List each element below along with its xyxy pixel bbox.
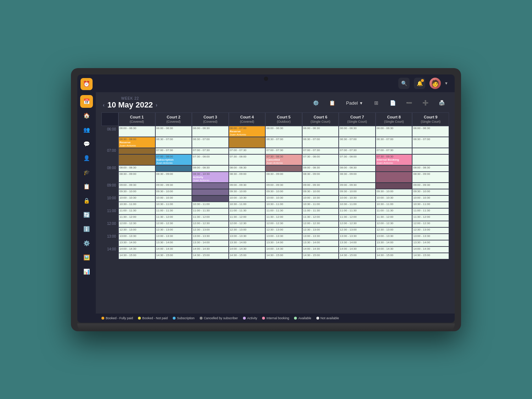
cell-c3-1430[interactable]: 14:30 - 15:00 (192, 253, 229, 259)
sport-selector[interactable]: Padel ▾ (343, 99, 366, 107)
minus-button[interactable]: ➖ (403, 97, 415, 109)
cell-c3-1030[interactable]: 10:30 - 11:00 (192, 202, 229, 208)
cell-c4-0830[interactable]: 08:30 - 09:00 (229, 172, 266, 183)
cell-c6-0900[interactable]: 09:00 - 09:30 (302, 183, 339, 189)
cell-c9-1030[interactable]: 10:30 - 11:00 (412, 202, 449, 208)
cell-c5-0930[interactable]: 09:30 - 10:00 (265, 189, 302, 195)
cell-c7-0800[interactable]: 08:00 - 08:30 (339, 165, 376, 172)
cell-c8-1300[interactable]: 13:00 - 13:30 (376, 234, 412, 240)
cell-c6-1330[interactable]: 13:30 - 14:00 (302, 240, 339, 246)
cell-c7-1230[interactable]: 12:30 - 13:00 (339, 227, 376, 234)
cell-c9-1000[interactable]: 10:00 - 10:30 (412, 195, 449, 202)
cell-c5-0630[interactable]: 06:30 - 07:00 (265, 137, 302, 148)
cell-c3-0600[interactable]: 06:00 - 06:30 (192, 126, 229, 137)
cell-c2-1300[interactable]: 13:00 - 13:30 (155, 234, 192, 240)
cell-c7-0930[interactable]: 09:30 - 10:00 (339, 189, 376, 195)
cell-c5-0830[interactable]: 08:30 - 09:00 (265, 172, 302, 183)
cell-c9-0830[interactable]: 08:30 - 09:00 (412, 172, 449, 183)
cell-c4-1000[interactable]: 10:00 - 10:30 (229, 195, 266, 202)
cell-c5-1330[interactable]: 13:30 - 14:00 (265, 240, 302, 246)
cell-c2-1130[interactable]: 11:30 - 12:00 (155, 215, 192, 221)
cell-c3-1130[interactable]: 11:30 - 12:00 (192, 215, 229, 221)
cell-c5-1030[interactable]: 10:30 - 11:00 (265, 202, 302, 208)
sidebar-item-calendar[interactable]: 📅 (80, 95, 93, 108)
cell-c8-1330[interactable]: 13:30 - 14:00 (376, 240, 412, 246)
sidebar-item-refresh[interactable]: 🔄 (80, 209, 93, 221)
sidebar-item-gallery[interactable]: 🖼️ (80, 251, 93, 264)
cell-c3-0730[interactable]: 07:30 - 08:00 (192, 154, 229, 165)
cell-c1-0700-cont[interactable] (118, 148, 155, 154)
cell-c7-1030[interactable]: 10:30 - 11:00 (339, 202, 376, 208)
cell-c4-1300[interactable]: 13:00 - 13:30 (229, 234, 266, 240)
cell-c8-1430[interactable]: 14:30 - 15:00 (376, 253, 412, 259)
cell-c7-1430[interactable]: 14:30 - 15:00 (339, 253, 376, 259)
cell-c2-0930[interactable]: 09:30 - 10:00 (155, 189, 192, 195)
cell-c7-1300[interactable]: 13:00 - 13:30 (339, 234, 376, 240)
next-week-button[interactable]: › (156, 102, 157, 108)
cell-c1-1230[interactable]: 12:30 - 13:00 (118, 227, 155, 234)
cell-c4-1100[interactable]: 11:00 - 11:30 (229, 208, 266, 215)
cell-c6-1300[interactable]: 13:00 - 13:30 (302, 234, 339, 240)
sidebar-item-graduation[interactable]: 🎓 (80, 166, 93, 179)
prev-week-button[interactable]: ‹ (103, 102, 105, 108)
cell-c3-0830[interactable]: 08:30 - 10:30ActivityJuan Antonio (192, 172, 229, 183)
cell-c9-0900[interactable]: 09:00 - 09:30 (412, 183, 449, 189)
cell-c3-1330[interactable]: 13:30 - 14:00 (192, 240, 229, 246)
cell-c9-0800[interactable]: 08:00 - 08:30 (412, 165, 449, 172)
cell-c5-1300[interactable]: 13:00 - 13:30 (265, 234, 302, 240)
cell-c9-0630[interactable]: 06:30 - 07:00 (412, 137, 449, 148)
cell-c1-0630[interactable]: 06:30 - 08:00ReserveJuan Antonio (118, 137, 155, 148)
sidebar-item-info[interactable]: ℹ️ (80, 223, 93, 235)
calendar-container[interactable]: Court 1(Covered) Court 2(Covered) Court … (96, 112, 455, 314)
cell-c9-0600[interactable]: 06:00 - 06:30 (412, 126, 449, 137)
cell-c6-0630[interactable]: 06:30 - 07:00 (302, 137, 339, 148)
cell-c3-1100[interactable]: 11:00 - 11:30 (192, 208, 229, 215)
cell-c6-1430[interactable]: 14:30 - 15:00 (302, 253, 339, 259)
cell-c4-0800[interactable]: 08:00 - 08:30 (229, 165, 266, 172)
sidebar-item-list[interactable]: 📊 (80, 265, 93, 278)
cell-c9-0730[interactable] (412, 154, 449, 165)
cell-c1-1030[interactable]: 10:30 - 11:00 (118, 202, 155, 208)
cell-c9-1430[interactable]: 14:30 - 15:00 (412, 253, 449, 259)
cell-c1-1300[interactable]: 13:00 - 13:30 (118, 234, 155, 240)
cell-c2-0730[interactable]: 07:00 - 08:00SubscriptionJuan Antonio (155, 154, 192, 165)
cell-c9-1300[interactable]: 13:00 - 13:30 (412, 234, 449, 240)
cell-c1-1330[interactable]: 13:30 - 14:00 (118, 240, 155, 246)
cell-c9-1200[interactable]: 12:00 - 12:30 (412, 221, 449, 227)
cell-c2-1230[interactable]: 12:30 - 13:00 (155, 227, 192, 234)
cell-c4-0930[interactable]: 09:30 - 10:00 (229, 189, 266, 195)
cell-c9-1400[interactable]: 14:00 - 14:30 (412, 246, 449, 253)
cell-c7-1000[interactable]: 10:00 - 10:30 (339, 195, 376, 202)
cell-c4-0700[interactable]: 07:00 - 07:30 (229, 148, 266, 154)
cell-c7-0630[interactable]: 06:30 - 07:00 (339, 137, 376, 148)
cell-c8-0830-cont[interactable] (376, 172, 412, 183)
cell-c7-0730[interactable]: 07:30 - 08:00 (339, 154, 376, 165)
cell-c5-0700[interactable]: 07:00 - 07:30 (265, 148, 302, 154)
sidebar-item-person[interactable]: 👤 (80, 152, 93, 165)
cell-c8-1000[interactable]: 10:00 - 10:30 (376, 195, 412, 202)
cell-c8-1100[interactable]: 11:00 - 11:30 (376, 208, 412, 215)
cell-c4-0900[interactable]: 09:00 - 09:30 (229, 183, 266, 189)
cell-c6-1130[interactable]: 11:30 - 12:00 (302, 215, 339, 221)
cell-c2-0700[interactable]: 07:00 - 07:30 (155, 148, 192, 154)
cell-c4-1230[interactable]: 12:30 - 13:00 (229, 227, 266, 234)
cell-c2-0600[interactable]: 06:00 - 06:30 (155, 126, 192, 137)
cell-c4-1430[interactable]: 14:30 - 15:00 (229, 253, 266, 259)
cell-c6-1000[interactable]: 10:00 - 10:30 (302, 195, 339, 202)
cell-c2-1430[interactable]: 14:30 - 15:00 (155, 253, 192, 259)
cell-c6-1030[interactable]: 10:30 - 11:00 (302, 202, 339, 208)
expand-button[interactable]: ⊞ (370, 97, 382, 109)
cell-c3-0700[interactable]: 07:00 - 07:30 (192, 148, 229, 154)
sidebar-item-home[interactable]: 🏠 (80, 109, 93, 122)
cell-c3-1000-cont[interactable] (192, 195, 229, 202)
cell-c2-1100[interactable]: 11:00 - 11:30 (155, 208, 192, 215)
sidebar-item-lock[interactable]: 🔒 (80, 194, 93, 207)
cell-c2-1400[interactable]: 14:00 - 14:30 (155, 246, 192, 253)
print-button[interactable]: 🖨️ (436, 97, 448, 109)
cell-c1-0730-cont[interactable] (118, 154, 155, 165)
cell-c8-0930[interactable]: 09:30 - 10:00 (376, 189, 412, 195)
cell-c2-0630[interactable]: 06:30 - 07:00 (155, 137, 192, 148)
cell-c4-0730[interactable]: 07:30 - 08:00 (229, 154, 266, 165)
cell-c3-1400[interactable]: 14:00 - 14:30 (192, 246, 229, 253)
cell-c8-0900-cont[interactable] (376, 183, 412, 189)
